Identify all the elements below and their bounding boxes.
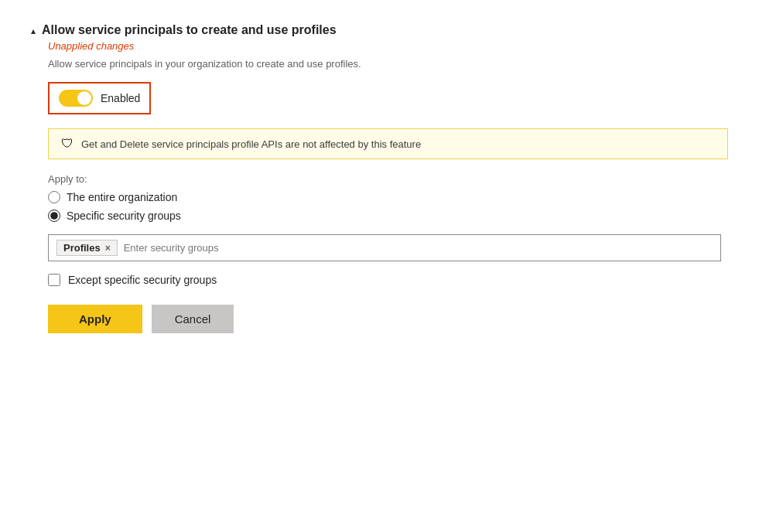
radio-specific-groups-input[interactable] xyxy=(48,210,60,222)
action-buttons: Apply Cancel xyxy=(48,305,728,333)
section-description: Allow service principals in your organiz… xyxy=(48,58,728,70)
radio-entire-org-label: The entire organization xyxy=(67,191,177,203)
radio-specific-groups[interactable]: Specific security groups xyxy=(48,210,728,222)
radio-entire-org[interactable]: The entire organization xyxy=(48,191,728,203)
enabled-toggle[interactable] xyxy=(59,90,93,107)
security-groups-text-input[interactable] xyxy=(124,242,713,254)
toggle-container: Enabled xyxy=(48,82,151,114)
section-title: Allow service principals to create and u… xyxy=(42,23,337,37)
profiles-tag-remove[interactable]: × xyxy=(105,243,111,254)
profiles-tag-label: Profiles xyxy=(63,242,101,254)
radio-specific-groups-label: Specific security groups xyxy=(67,210,181,222)
collapse-icon[interactable]: ▴ xyxy=(31,26,36,36)
info-message: Get and Delete service principals profil… xyxy=(81,138,421,150)
cancel-button[interactable]: Cancel xyxy=(152,305,234,333)
security-groups-input-container[interactable]: Profiles × xyxy=(48,234,721,261)
info-shield-icon: 🛡 xyxy=(61,137,74,151)
apply-to-label: Apply to: xyxy=(48,173,728,185)
section-header: ▴ Allow service principals to create and… xyxy=(31,23,728,37)
profiles-tag: Profiles × xyxy=(56,240,118,256)
except-groups-label: Except specific security groups xyxy=(68,274,217,286)
toggle-label: Enabled xyxy=(101,92,140,104)
info-banner: 🛡 Get and Delete service principals prof… xyxy=(48,128,728,159)
apply-button[interactable]: Apply xyxy=(48,305,142,333)
except-groups-checkbox-row[interactable]: Except specific security groups xyxy=(48,274,728,286)
radio-entire-org-input[interactable] xyxy=(48,191,60,203)
radio-group: The entire organization Specific securit… xyxy=(48,191,728,222)
unapplied-changes-label: Unapplied changes xyxy=(48,40,728,52)
except-groups-checkbox[interactable] xyxy=(48,274,60,286)
